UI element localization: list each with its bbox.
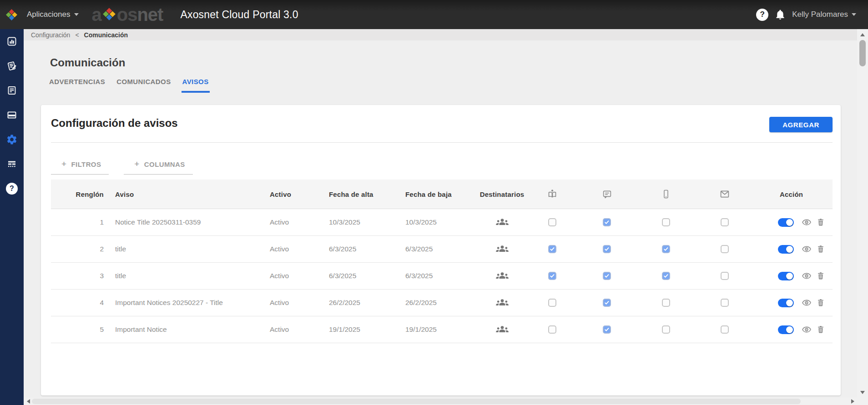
- column-header-activo: Activo: [264, 180, 323, 209]
- kiosk-checkbox[interactable]: [548, 325, 556, 334]
- cell-aviso: Notice Title 20250311-0359: [109, 218, 264, 226]
- table-header-row: RenglónAvisoActivoFecha de altaFecha de …: [51, 180, 833, 209]
- tab-comunicados[interactable]: COMUNICADOS: [116, 78, 172, 93]
- destinatarios-groups-icon[interactable]: [495, 270, 509, 282]
- delete-trash-icon[interactable]: [816, 325, 825, 334]
- table-row: 5Important NoticeActivo19/1/202519/1/202…: [51, 316, 833, 343]
- scroll-right-arrow[interactable]: [849, 398, 856, 405]
- screen: Aplicaciones a osnet Axosnet Cloud Porta…: [0, 0, 868, 405]
- scroll-down-arrow[interactable]: [857, 388, 868, 397]
- horizontal-scrollbar-thumb[interactable]: [32, 399, 801, 404]
- sidebar-item-credit-card[interactable]: [0, 103, 24, 127]
- avisos-table: RenglónAvisoActivoFecha de altaFecha de …: [51, 180, 833, 343]
- tab-avisos[interactable]: AVISOS: [182, 78, 210, 93]
- message-checkbox[interactable]: [603, 245, 611, 253]
- view-eye-icon[interactable]: [802, 325, 812, 335]
- cell-canal-mobile: [636, 299, 695, 307]
- cell-accion: [754, 325, 833, 335]
- notifications-bell-icon[interactable]: [774, 9, 786, 20]
- table-body: 1Notice Title 20250311-0359Activo10/3/20…: [51, 209, 833, 343]
- columnas-button[interactable]: + COLUMNAS: [124, 159, 192, 175]
- view-eye-icon[interactable]: [802, 271, 812, 281]
- delete-trash-icon[interactable]: [816, 218, 825, 227]
- help-icon[interactable]: ?: [756, 9, 768, 21]
- aplicaciones-menu-label: Aplicaciones: [27, 10, 70, 19]
- horizontal-scrollbar[interactable]: [24, 398, 857, 405]
- filtros-button[interactable]: + FILTROS: [51, 159, 109, 175]
- view-eye-icon[interactable]: [802, 244, 812, 254]
- agregar-button[interactable]: AGREGAR: [769, 117, 833, 132]
- delete-trash-icon[interactable]: [816, 245, 825, 254]
- email-checkbox[interactable]: [721, 218, 729, 226]
- vertical-scrollbar[interactable]: [857, 29, 868, 398]
- vertical-scrollbar-thumb[interactable]: [859, 40, 866, 66]
- active-toggle[interactable]: [778, 325, 794, 334]
- message-checkbox[interactable]: [603, 272, 611, 280]
- scroll-up-arrow[interactable]: [857, 30, 868, 39]
- sidebar-item-data-table[interactable]: [0, 152, 24, 176]
- kiosk-checkbox[interactable]: [548, 299, 556, 307]
- cell-canal-email: [695, 245, 754, 253]
- destinatarios-groups-icon[interactable]: [495, 243, 509, 255]
- table-row: 3titleActivo6/3/20256/3/2025: [51, 263, 833, 290]
- breadcrumb-parent[interactable]: Configuración: [31, 31, 70, 39]
- cell-canal-mobile: [636, 218, 695, 226]
- user-menu[interactable]: Kelly Palomares: [792, 10, 856, 19]
- email-checkbox[interactable]: [721, 299, 729, 307]
- cell-canal-message: [577, 299, 636, 307]
- mobile-checkbox[interactable]: [662, 218, 670, 226]
- axosnet-logo-icon: [5, 9, 18, 21]
- kiosk-checkbox[interactable]: [548, 245, 556, 253]
- cell-destinatarios: [477, 270, 527, 282]
- active-toggle[interactable]: [778, 245, 794, 254]
- mobile-checkbox[interactable]: [662, 325, 670, 334]
- sidebar-item-document[interactable]: [0, 78, 24, 103]
- cell-fecha-alta: 6/3/2025: [323, 272, 399, 280]
- destinatarios-groups-icon[interactable]: [495, 324, 509, 335]
- portal-title: Axosnet Cloud Portal 3.0: [180, 9, 298, 21]
- filtros-label: FILTROS: [71, 160, 101, 168]
- view-eye-icon[interactable]: [802, 217, 812, 227]
- scrollbar-corner: [857, 398, 868, 405]
- mobile-checkbox[interactable]: [662, 299, 670, 307]
- email-checkbox[interactable]: [721, 272, 729, 280]
- mobile-checkbox[interactable]: [662, 245, 670, 253]
- cell-activo: Activo: [264, 299, 323, 307]
- cell-aviso: title: [109, 272, 264, 280]
- destinatarios-groups-icon[interactable]: [495, 297, 509, 309]
- cell-fecha-baja: 26/2/2025: [399, 299, 477, 307]
- cell-activo: Activo: [264, 245, 323, 253]
- email-checkbox[interactable]: [721, 325, 729, 334]
- scroll-left-arrow[interactable]: [25, 398, 32, 405]
- topbar: Aplicaciones a osnet Axosnet Cloud Porta…: [0, 0, 868, 29]
- mobile-checkbox[interactable]: [662, 272, 670, 280]
- view-eye-icon[interactable]: [802, 298, 812, 308]
- kiosk-checkbox[interactable]: [548, 218, 556, 226]
- sidebar-item-bar-chart[interactable]: [0, 29, 24, 54]
- cell-canal-kiosk: [527, 325, 577, 334]
- active-toggle[interactable]: [778, 272, 794, 280]
- active-toggle[interactable]: [778, 299, 794, 307]
- table-row: 1Notice Title 20250311-0359Activo10/3/20…: [51, 209, 833, 236]
- cell-renglon: 5: [51, 325, 109, 334]
- delete-trash-icon[interactable]: [816, 271, 825, 280]
- active-toggle[interactable]: [778, 218, 794, 227]
- sidebar-item-notes[interactable]: [0, 54, 24, 78]
- breadcrumb-separator: <: [75, 31, 79, 39]
- card-divider: [51, 142, 833, 143]
- tab-advertencias[interactable]: ADVERTENCIAS: [48, 78, 106, 93]
- kiosk-checkbox[interactable]: [548, 272, 556, 280]
- sidebar-item-settings-gear[interactable]: [0, 127, 24, 152]
- delete-trash-icon[interactable]: [816, 298, 825, 307]
- cell-fecha-baja: 10/3/2025: [399, 218, 477, 226]
- toggle-knob: [786, 219, 793, 226]
- message-checkbox[interactable]: [603, 299, 611, 307]
- message-checkbox[interactable]: [603, 325, 611, 334]
- aplicaciones-menu[interactable]: Aplicaciones: [27, 10, 79, 19]
- email-checkbox[interactable]: [721, 245, 729, 253]
- destinatarios-groups-icon[interactable]: [495, 216, 509, 228]
- sidebar-item-help[interactable]: ?: [0, 176, 24, 201]
- message-checkbox[interactable]: [603, 218, 611, 226]
- cell-canal-kiosk: [527, 272, 577, 280]
- cell-accion: [754, 271, 833, 281]
